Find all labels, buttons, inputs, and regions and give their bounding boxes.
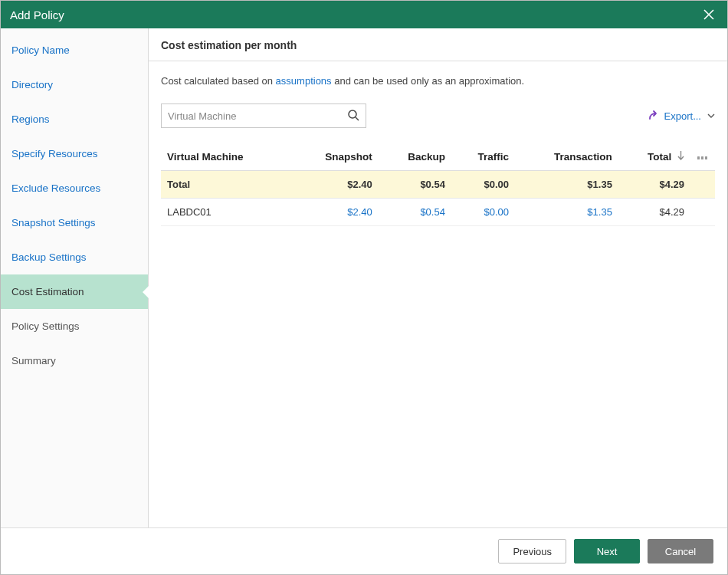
dialog-body: Policy Name Directory Regions Specify Re… [1,28,727,527]
sidebar-item-label: Cost Estimation [11,286,84,297]
info-text: Cost calculated based on assumptions and… [161,75,715,87]
sidebar-item-cost-estimation[interactable]: Cost Estimation [1,274,148,309]
sidebar-item-label: Backup Settings [11,251,87,263]
sidebar-item-backup-settings[interactable]: Backup Settings [1,240,148,274]
assumptions-link[interactable]: assumptions [276,75,332,87]
cancel-button[interactable]: Cancel [648,539,713,564]
column-options-button[interactable] [690,143,715,171]
main-panel: Cost estimation per month Cost calculate… [149,28,727,527]
sidebar-item-label: Regions [11,113,50,125]
titlebar: Add Policy [1,1,727,28]
export-label: Export... [664,110,701,122]
search-box[interactable] [161,104,366,128]
cell-snapshot[interactable]: $2.40 [291,199,379,226]
cell-transaction[interactable]: $1.35 [515,199,618,226]
sidebar-item-summary[interactable]: Summary [1,343,148,378]
col-header-snapshot[interactable]: Snapshot [291,143,379,171]
table-row[interactable]: LABDC01 $2.40 $0.54 $0.00 $1.35 $4.29 [161,199,715,226]
sidebar-item-label: Summary [11,355,56,366]
sidebar-item-label: Directory [11,79,53,90]
col-header-vm[interactable]: Virtual Machine [161,143,291,171]
wizard-sidebar: Policy Name Directory Regions Specify Re… [1,28,149,527]
add-policy-dialog: Add Policy Policy Name Directory Regions… [0,0,728,575]
sidebar-item-directory[interactable]: Directory [1,67,148,102]
sidebar-item-exclude-resources[interactable]: Exclude Resources [1,171,148,205]
col-header-transaction[interactable]: Transaction [515,143,618,171]
search-input[interactable] [168,110,347,122]
sidebar-item-label: Policy Settings [11,320,80,332]
sidebar-item-specify-resources[interactable]: Specify Resources [1,136,148,171]
sidebar-item-regions[interactable]: Regions [1,102,148,136]
col-header-total[interactable]: Total [618,143,690,171]
dialog-title: Add Policy [10,8,64,21]
dialog-footer: Previous Next Cancel [1,527,727,574]
previous-button[interactable]: Previous [498,539,566,564]
col-header-traffic[interactable]: Traffic [451,143,515,171]
ellipsis-icon [697,151,709,163]
cost-table: Virtual Machine Snapshot Backup Traffic … [161,143,715,226]
main-content: Cost calculated based on assumptions and… [149,61,727,527]
sidebar-item-label: Snapshot Settings [11,217,96,228]
info-suffix: and can be used only as an approximation… [332,75,525,87]
table-total-row: Total $2.40 $0.54 $0.00 $1.35 $4.29 [161,171,715,199]
svg-rect-5 [705,156,707,159]
col-header-total-label: Total [648,151,671,163]
sidebar-item-label: Specify Resources [11,148,98,159]
svg-point-0 [349,110,356,118]
cell-total: $4.29 [618,199,690,226]
sidebar-item-policy-name[interactable]: Policy Name [1,33,148,67]
total-total: $4.29 [618,171,690,199]
cell-vm: LABDC01 [161,199,291,226]
page-title: Cost estimation per month [149,28,727,61]
cell-backup[interactable]: $0.54 [379,199,451,226]
total-transaction: $1.35 [515,171,618,199]
svg-rect-3 [697,156,700,159]
sort-down-icon [677,151,684,163]
export-icon [648,109,660,123]
chevron-down-icon [707,110,715,122]
col-header-backup[interactable]: Backup [379,143,451,171]
sidebar-item-policy-settings[interactable]: Policy Settings [1,309,148,343]
toolbar: Export... [161,104,715,128]
info-prefix: Cost calculated based on [161,75,276,87]
svg-line-1 [356,117,359,120]
sidebar-item-label: Exclude Resources [11,182,100,194]
svg-rect-4 [701,156,703,159]
search-icon[interactable] [347,109,359,123]
sidebar-item-label: Policy Name [11,44,70,56]
close-icon [703,9,714,20]
total-label: Total [161,171,291,199]
cell-traffic[interactable]: $0.00 [451,199,515,226]
total-backup: $0.54 [379,171,451,199]
sidebar-item-snapshot-settings[interactable]: Snapshot Settings [1,205,148,240]
total-traffic: $0.00 [451,171,515,199]
close-button[interactable] [700,5,718,24]
next-button[interactable]: Next [574,539,640,564]
total-snapshot: $2.40 [291,171,379,199]
export-button[interactable]: Export... [648,109,715,123]
